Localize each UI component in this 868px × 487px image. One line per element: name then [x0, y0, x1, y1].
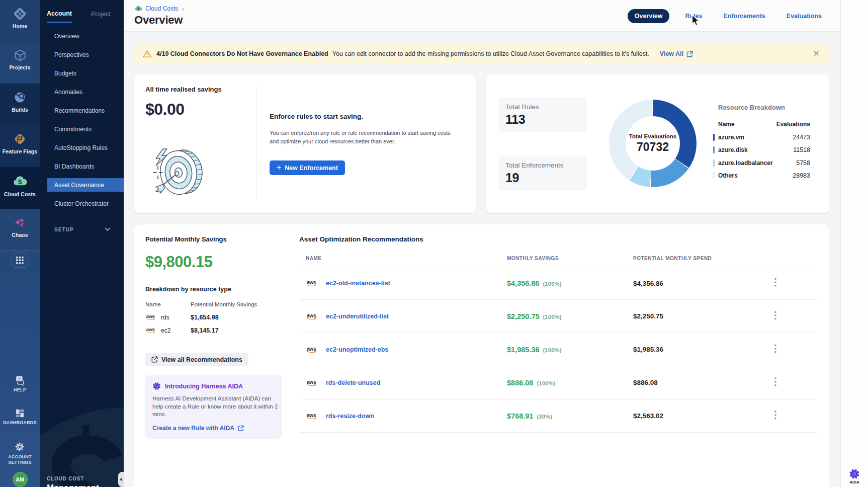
monthly-savings-cell: $2,250.75(100%) — [507, 312, 633, 320]
cloud-costs-breadcrumb-icon: $ — [134, 5, 142, 13]
rail-item-dashboards[interactable]: DASHBOARDS — [3, 408, 37, 426]
breakdown-row: azure.disk 11518 — [718, 146, 810, 153]
governance-warning-banner: 4/10 Cloud Connectors Do Not Have Govern… — [134, 44, 829, 63]
rail-item-help[interactable]: ? HELP — [14, 375, 26, 393]
sidebar-item-recommendations[interactable]: Recommendations — [40, 101, 124, 120]
savings-percent: (100%) — [537, 380, 555, 386]
sidebar-item-perspectives[interactable]: Perspectives — [40, 45, 124, 64]
chaos-icon — [13, 215, 27, 230]
rule-link[interactable]: rds-resize-down — [326, 413, 374, 420]
row-menu-kebab-icon[interactable] — [772, 342, 778, 357]
potential-spend-cell: $2,563.02 — [633, 412, 772, 420]
breakdown-row: azure.vm 24473 — [718, 134, 810, 141]
monthly-savings-cell: $4,356.86(100%) — [507, 279, 633, 287]
aida-fab[interactable]: AIDA — [841, 468, 868, 484]
banner-body: You can edit connector to add the missin… — [332, 50, 649, 57]
view-all-recommendations-button[interactable]: View all Recommendations — [145, 353, 248, 366]
nav-tab-overview[interactable]: Overview — [628, 9, 670, 23]
banner-close-icon[interactable]: ✕ — [813, 50, 820, 58]
sidebar-item-bi-dashboards[interactable]: BI Dashboards — [40, 157, 124, 176]
breakdown-row: Others 28983 — [718, 172, 810, 179]
asset-optimization-panel: Asset Optimization Recommendations NAME … — [299, 224, 829, 487]
aida-create-rule-link[interactable]: Create a new Rule with AIDA — [152, 425, 244, 432]
monthly-savings-cell: $886.08(100%) — [507, 379, 633, 387]
header-nav: Overview Rules Enforcements Evaluations — [628, 0, 822, 32]
recommendations-title: Asset Optimization Recommendations — [299, 235, 817, 243]
sidebar-item-autostopping-rules[interactable]: AutoStopping Rules — [40, 138, 124, 157]
resource-breakdown-title: Resource Breakdown — [718, 104, 810, 111]
savings-label: All time realised savings — [145, 86, 222, 93]
help-icon: ? — [14, 375, 26, 386]
new-enforcement-button[interactable]: +New Enforcement — [270, 160, 345, 175]
sidebar-menu: Overview Perspectives Budgets Anomalies … — [40, 27, 124, 213]
breadcrumb-chevron-icon: › — [182, 5, 184, 13]
potential-spend-cell: $1,985.36 — [633, 346, 772, 353]
col-potential-spend: POTENTIAL MONTHLY SPEND — [633, 256, 772, 261]
warning-icon — [143, 50, 151, 58]
rail-item-account-settings[interactable]: ACCOUNTSETTINGS — [8, 441, 32, 465]
rail-label-home: Home — [13, 23, 28, 29]
col-name: Name — [718, 121, 735, 128]
enforce-cta: Enforce rules to start saving. You can e… — [270, 113, 471, 175]
sidebar-item-overview[interactable]: Overview — [40, 27, 124, 45]
rail-label-builds: Builds — [12, 107, 28, 113]
row-menu-kebab-icon[interactable] — [772, 309, 778, 324]
rail-item-projects[interactable]: Projects — [0, 42, 40, 84]
rule-link[interactable]: rds-delete-unused — [326, 379, 380, 386]
col-name: Name — [145, 301, 161, 308]
recommendation-row: awsec2-underutilized-list$2,250.75(100%)… — [299, 300, 817, 333]
svg-text:aws: aws — [307, 412, 316, 418]
rail-item-home[interactable]: Home — [0, 0, 40, 42]
sidebar-item-budgets[interactable]: Budgets — [40, 64, 124, 83]
banner-view-all-link[interactable]: View All — [660, 50, 693, 57]
row-menu-kebab-icon[interactable] — [772, 375, 778, 390]
rail-item-chaos[interactable]: Chaos — [0, 209, 40, 251]
sidebar-scope-tabs: Account Project — [40, 0, 124, 23]
rule-name-cell: awsrds-resize-down — [306, 412, 507, 420]
sidebar-item-cluster-orchestrator[interactable]: Cluster Orchestrator — [40, 194, 124, 213]
donut-center: Total Evaluations 70732 — [626, 116, 680, 171]
recommendation-row: awsec2-old-instances-list$4,356.86(100%)… — [299, 267, 817, 300]
right-rail: AIDA — [840, 0, 868, 487]
donut-value: 70732 — [637, 140, 669, 154]
aws-icon: aws — [306, 279, 318, 287]
recommendations-rows: awsec2-old-instances-list$4,356.86(100%)… — [299, 267, 817, 433]
tab-project[interactable]: Project — [91, 11, 111, 22]
row-menu-kebab-icon[interactable] — [772, 409, 778, 424]
nav-tab-evaluations[interactable]: Evaluations — [787, 13, 822, 20]
rule-link[interactable]: ec2-unoptimized-ebs — [326, 346, 388, 353]
sidebar-item-asset-governance[interactable]: Asset Governance — [47, 178, 124, 192]
dashboards-icon — [15, 408, 25, 419]
tab-account[interactable]: Account — [47, 10, 72, 23]
external-link-icon — [238, 425, 244, 431]
savings-value: $0.00 — [145, 100, 185, 119]
recommendation-row: awsrds-resize-down$768.91(30%)$2,563.02 — [299, 399, 817, 433]
cta-body: You can enforce/run any rule or rule rec… — [270, 129, 459, 146]
col-savings: Potential Monthly Savings — [191, 301, 288, 308]
savings-percent: (100%) — [543, 281, 562, 287]
module-picker-button[interactable] — [12, 253, 28, 268]
nav-tab-enforcements[interactable]: Enforcements — [723, 13, 765, 20]
breadcrumb-link[interactable]: Cloud Costs — [145, 5, 178, 12]
rail-label-projects: Projects — [9, 64, 30, 70]
rule-name-cell: awsec2-old-instances-list — [306, 279, 507, 287]
sidebar-item-anomalies[interactable]: Anomalies — [40, 83, 124, 101]
rail-item-feature-flags[interactable]: Feature Flags — [0, 125, 40, 167]
projects-cube-icon — [13, 48, 27, 62]
monthly-savings-cell: $1,985.36(100%) — [507, 346, 633, 354]
rule-link[interactable]: ec2-underutilized-list — [326, 313, 389, 320]
row-menu-kebab-icon[interactable] — [772, 276, 778, 291]
rule-link[interactable]: ec2-old-instances-list — [326, 280, 390, 287]
user-avatar[interactable]: AM — [13, 472, 28, 487]
col-evaluations: Evaluations — [776, 121, 810, 128]
recommendation-row: awsrds-delete-unused$886.08(100%)$886.08 — [299, 366, 817, 399]
breakdown-table-header: Name Potential Monthly Savings — [145, 301, 288, 308]
harness-home-icon — [13, 7, 27, 21]
resource-breakdown: Resource Breakdown Name Evaluations azur… — [718, 104, 810, 179]
external-link-icon — [151, 356, 158, 363]
nav-tab-rules[interactable]: Rules — [685, 13, 702, 20]
rail-item-builds[interactable]: Builds — [0, 84, 40, 125]
sidebar-item-commitments[interactable]: Commitments — [40, 120, 124, 138]
rail-item-cloud-costs[interactable]: $ Cloud Costs — [0, 167, 40, 209]
sidebar-collapse-button[interactable] — [118, 472, 124, 487]
